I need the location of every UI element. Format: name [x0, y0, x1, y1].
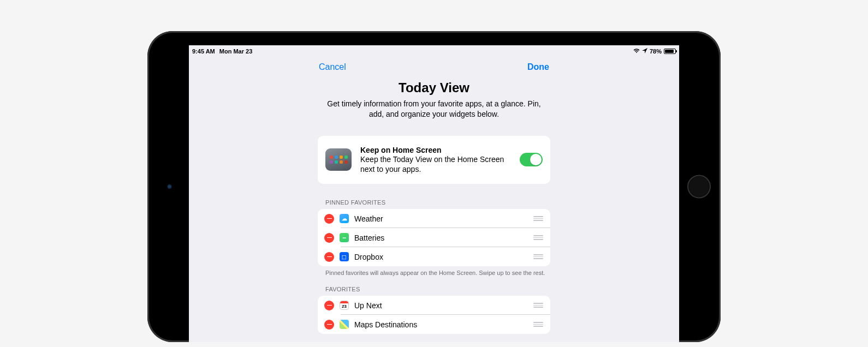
row-label: Batteries [354, 234, 527, 242]
pinned-footer: Pinned favorites will always appear on t… [318, 270, 550, 276]
front-camera [167, 184, 172, 189]
remove-icon[interactable] [324, 320, 334, 330]
status-time: 9:45 AM [192, 48, 215, 55]
keep-card-desc: Keep the Today View on the Home Screen n… [360, 154, 511, 174]
favorites-header: FAVORITES [318, 286, 550, 292]
page-title: Today View [200, 80, 668, 95]
list-item[interactable]: Weather [318, 209, 550, 228]
status-date: Mon Mar 23 [219, 48, 253, 55]
remove-icon[interactable] [324, 301, 334, 310]
favorites-list: 23 Up Next Maps Destinations [318, 296, 550, 334]
page-subtitle: Get timely information from your favorit… [319, 99, 549, 119]
ipad-device-frame: 9:45 AM Mon Mar 23 78% Cancel Done Today… [147, 31, 721, 342]
batteries-icon [340, 233, 349, 242]
remove-icon[interactable] [324, 214, 334, 224]
home-button[interactable] [687, 175, 711, 199]
row-label: Up Next [354, 301, 527, 310]
screen: 9:45 AM Mon Mar 23 78% Cancel Done Today… [189, 45, 679, 342]
drag-handle-icon[interactable] [533, 254, 544, 259]
row-label: Weather [354, 214, 527, 223]
calendar-icon: 23 [340, 301, 349, 310]
remove-icon[interactable] [324, 252, 334, 262]
dropbox-icon [340, 252, 349, 261]
keep-on-home-card: Keep on Home Screen Keep the Today View … [318, 136, 550, 184]
location-icon [642, 48, 647, 55]
wifi-icon [633, 48, 640, 55]
list-item[interactable]: 23 Up Next [318, 296, 550, 315]
drag-handle-icon[interactable] [533, 216, 544, 221]
cancel-button[interactable]: Cancel [319, 62, 346, 72]
done-button[interactable]: Done [527, 62, 549, 72]
drag-handle-icon[interactable] [533, 235, 544, 240]
weather-icon [340, 214, 349, 223]
battery-percent: 78% [650, 48, 662, 55]
drag-handle-icon[interactable] [533, 303, 544, 308]
maps-icon [340, 320, 349, 329]
remove-icon[interactable] [324, 233, 334, 243]
battery-icon [664, 49, 676, 54]
list-item[interactable]: Batteries [318, 228, 550, 247]
status-bar: 9:45 AM Mon Mar 23 78% [189, 45, 679, 55]
row-label: Dropbox [354, 253, 527, 261]
list-item[interactable]: Dropbox [318, 247, 550, 266]
keep-card-title: Keep on Home Screen [360, 146, 511, 154]
pinned-list: Weather Batteries Dropbox [318, 209, 550, 266]
nav-bar: Cancel Done [189, 55, 679, 79]
keep-on-home-toggle[interactable] [520, 153, 543, 166]
list-item[interactable]: Maps Destinations [318, 315, 550, 334]
home-screen-icon [325, 148, 352, 171]
pinned-header: PINNED FAVORITES [318, 199, 550, 206]
row-label: Maps Destinations [354, 320, 527, 329]
drag-handle-icon[interactable] [533, 322, 544, 327]
